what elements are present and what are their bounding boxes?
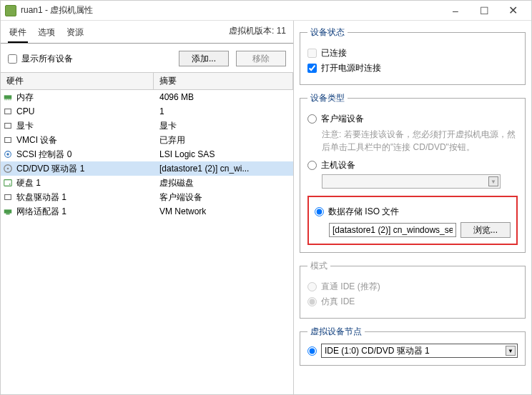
vm-version-label: 虚拟机版本: 11 (229, 25, 286, 43)
svg-rect-16 (6, 214, 9, 215)
device-row[interactable]: CPU1 (1, 104, 293, 119)
node-value: IDE (1:0) CD/DVD 驱动器 1 (325, 345, 430, 357)
device-summary: 已弃用 (154, 134, 293, 146)
video-icon (1, 121, 15, 131)
virtual-node-group: 虚拟设备节点 IDE (1:0) CD/DVD 驱动器 1 ▼ (300, 326, 526, 366)
poweron-checkbox[interactable]: 打开电源时连接 (307, 62, 518, 74)
nic-icon (1, 206, 15, 216)
add-button[interactable]: 添加... (179, 51, 229, 66)
remove-button[interactable]: 移除 (236, 51, 286, 66)
disk-icon (1, 178, 15, 188)
node-select[interactable]: IDE (1:0) CD/DVD 驱动器 1 ▼ (321, 344, 518, 358)
app-icon (5, 5, 16, 16)
svg-rect-15 (4, 209, 12, 213)
device-name: VMCI 设备 (15, 134, 154, 146)
svg-rect-3 (9, 99, 9, 101)
cpu-icon (1, 106, 15, 116)
show-all-checkbox-input[interactable] (8, 54, 17, 64)
device-type-group: 设备类型 客户端设备 注意: 若要连接该设备，您必须打开虚拟机电源，然后单击工具… (300, 92, 526, 253)
device-row[interactable]: 网络适配器 1VM Network (1, 204, 293, 219)
device-summary: VM Network (154, 206, 293, 216)
type-legend: 设备类型 (307, 92, 348, 104)
browse-button[interactable]: 浏览... (460, 222, 511, 238)
radio-emulate: 仿真 IDE (307, 296, 518, 308)
svg-rect-5 (5, 109, 11, 114)
tab-hardware[interactable]: 硬件 (8, 25, 28, 43)
vmci-icon (1, 135, 15, 145)
close-button[interactable]: ✕ (498, 3, 527, 19)
iso-highlight-box: 数据存储 ISO 文件 浏览... (307, 196, 518, 245)
device-name: CPU (15, 106, 154, 116)
show-all-devices-checkbox[interactable]: 显示所有设备 (8, 53, 73, 65)
device-name: 内存 (15, 91, 154, 104)
svg-rect-4 (11, 99, 11, 101)
svg-rect-6 (5, 124, 11, 129)
mode-legend: 模式 (307, 260, 330, 272)
mode-group: 模式 直通 IDE (推荐) 仿真 IDE (300, 260, 526, 319)
svg-rect-2 (6, 99, 7, 101)
connected-checkbox[interactable]: 已连接 (307, 47, 518, 59)
scsi-icon (1, 149, 15, 159)
svg-point-13 (9, 184, 11, 185)
device-row[interactable]: 显卡显卡 (1, 119, 293, 133)
radio-client-device[interactable]: 客户端设备 (307, 113, 518, 125)
radio-passthrough: 直通 IDE (推荐) (307, 281, 518, 293)
radio-iso-file[interactable]: 数据存储 ISO 文件 (315, 206, 511, 218)
node-legend: 虚拟设备节点 (307, 326, 365, 338)
tab-resources[interactable]: 资源 (65, 25, 85, 43)
device-name: 硬盘 1 (15, 177, 154, 189)
device-row[interactable]: SCSI 控制器 0LSI Logic SAS (1, 147, 293, 161)
svg-rect-7 (5, 138, 11, 143)
iso-path-input[interactable] (329, 223, 456, 237)
col-summary[interactable]: 摘要 (154, 73, 293, 89)
radio-iso-input[interactable] (315, 207, 324, 216)
col-hardware[interactable]: 硬件 (1, 73, 154, 89)
host-device-select: ▼ (322, 174, 501, 189)
show-all-label: 显示所有设备 (21, 53, 73, 65)
device-name: CD/DVD 驱动器 1 (15, 163, 154, 175)
device-row[interactable]: CD/DVD 驱动器 1[datastore1 (2)] cn_wi... (1, 161, 293, 176)
device-summary: 客户端设备 (154, 191, 293, 204)
device-name: SCSI 控制器 0 (15, 149, 154, 161)
device-status-group: 设备状态 已连接 打开电源时连接 (300, 26, 526, 85)
tab-options[interactable]: 选项 (36, 25, 56, 43)
device-summary: 显卡 (154, 120, 293, 132)
maximize-button[interactable]: ☐ (470, 3, 498, 19)
device-summary: 4096 MB (154, 92, 293, 102)
radio-host-device[interactable]: 主机设备 (307, 159, 518, 171)
device-list[interactable]: 内存4096 MBCPU1显卡显卡VMCI 设备已弃用SCSI 控制器 0LSI… (1, 90, 293, 394)
svg-rect-0 (4, 95, 12, 99)
chevron-down-icon: ▼ (488, 176, 498, 186)
floppy-icon (1, 192, 15, 202)
device-row[interactable]: 软盘驱动器 1客户端设备 (1, 190, 293, 204)
radio-client-input[interactable] (307, 114, 317, 124)
chevron-down-icon[interactable]: ▼ (506, 346, 516, 356)
poweron-input[interactable] (307, 64, 317, 73)
device-row[interactable]: VMCI 设备已弃用 (1, 133, 293, 147)
status-legend: 设备状态 (307, 26, 348, 39)
svg-rect-12 (4, 180, 12, 186)
minimize-button[interactable]: – (441, 3, 470, 19)
window-title: ruan1 - 虚拟机属性 (21, 4, 441, 16)
memory-icon (1, 92, 15, 102)
device-name: 显卡 (15, 120, 154, 132)
client-note: 注意: 若要连接该设备，您必须打开虚拟机电源，然后单击工具栏中的"连接 CD/D… (322, 128, 518, 154)
device-row[interactable]: 硬盘 1虚拟磁盘 (1, 176, 293, 190)
svg-rect-14 (5, 195, 11, 200)
svg-rect-1 (5, 99, 6, 101)
svg-point-9 (6, 153, 9, 156)
svg-point-11 (7, 168, 9, 170)
device-name: 软盘驱动器 1 (15, 191, 154, 204)
device-summary: [datastore1 (2)] cn_wi... (154, 164, 293, 174)
cd-icon (1, 164, 15, 174)
device-summary: 1 (154, 106, 293, 116)
device-summary: LSI Logic SAS (154, 149, 293, 159)
radio-emulate-input (307, 297, 317, 306)
node-radio[interactable] (307, 346, 317, 356)
device-row[interactable]: 内存4096 MB (1, 90, 293, 104)
radio-host-input[interactable] (307, 161, 317, 170)
device-list-header: 硬件 摘要 (1, 72, 293, 90)
device-summary: 虚拟磁盘 (154, 177, 293, 189)
device-name: 网络适配器 1 (15, 206, 154, 218)
connected-input (307, 49, 317, 58)
